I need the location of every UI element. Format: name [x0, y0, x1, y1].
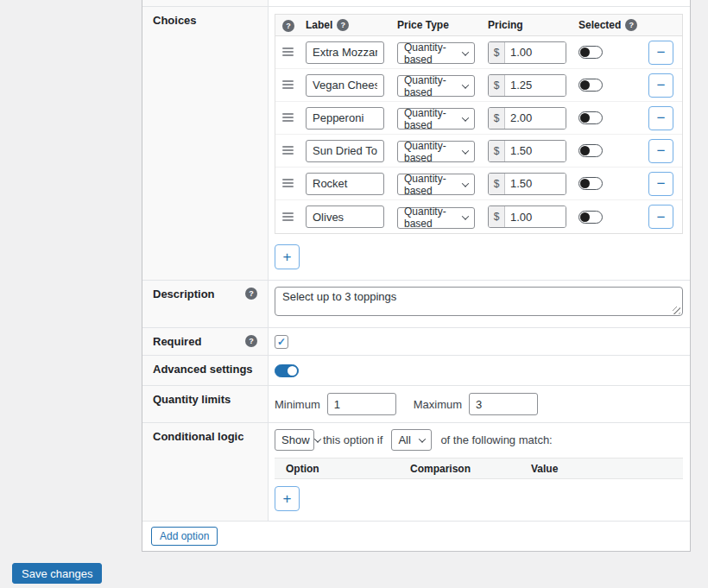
add-choice-button[interactable]: +	[275, 244, 300, 269]
price-input[interactable]	[505, 108, 566, 129]
choice-row: Quantity-based $ −	[275, 200, 682, 233]
currency-prefix: $	[489, 75, 505, 96]
conditional-logic-section: Conditional logic Show this option if Al…	[142, 423, 690, 522]
conditional-match-value: All	[398, 433, 410, 446]
drag-handle-icon[interactable]	[282, 212, 294, 221]
description-textarea-wrap	[275, 306, 683, 319]
selected-toggle[interactable]	[578, 79, 603, 92]
remove-choice-button[interactable]: −	[648, 106, 673, 130]
choice-selected-cell	[578, 144, 648, 157]
conditional-action-select[interactable]: Show	[275, 429, 314, 451]
advanced-settings-toggle[interactable]	[275, 364, 299, 377]
remove-choice-button[interactable]: −	[648, 139, 673, 163]
chevron-down-icon	[462, 180, 469, 187]
choice-label-input[interactable]	[306, 140, 384, 162]
drag-handle-cell	[282, 211, 306, 224]
price-input-group: $	[488, 205, 566, 228]
remove-choice-button[interactable]: −	[648, 41, 673, 65]
choice-price-type-cell: Quantity-based	[397, 73, 488, 98]
price-input[interactable]	[505, 42, 566, 63]
choice-pricing-cell: $	[488, 173, 578, 195]
drag-handle-cell	[282, 111, 306, 124]
add-option-button[interactable]: Add option	[151, 527, 218, 546]
drag-handle-cell	[282, 46, 306, 59]
maximum-input[interactable]	[469, 393, 538, 415]
choice-row: Quantity-based $ −	[275, 135, 682, 168]
drag-handle-icon[interactable]	[282, 146, 294, 155]
choices-header-label-cell: Label ?	[306, 19, 397, 31]
selected-toggle[interactable]	[578, 111, 603, 124]
choice-label-input[interactable]	[306, 205, 384, 228]
save-changes-button[interactable]: Save changes	[12, 563, 102, 584]
drag-handle-icon[interactable]	[282, 80, 294, 89]
advanced-settings-content	[269, 356, 690, 385]
maximum-label: Maximum	[414, 398, 462, 411]
drag-handle-icon[interactable]	[282, 47, 294, 56]
choice-selected-cell	[578, 177, 648, 190]
price-input[interactable]	[505, 174, 566, 194]
price-type-select[interactable]: Quantity-based	[397, 207, 475, 229]
selected-toggle[interactable]	[578, 211, 603, 224]
label-help-icon[interactable]: ?	[337, 19, 349, 31]
currency-prefix: $	[489, 108, 505, 129]
remove-choice-button[interactable]: −	[648, 205, 673, 229]
description-textarea[interactable]	[275, 287, 683, 316]
drag-handle-cell	[282, 144, 306, 157]
quantity-limits-label-cell: Quantity limits	[142, 386, 269, 422]
price-type-select[interactable]: Quantity-based	[397, 108, 475, 130]
choice-label-input[interactable]	[306, 107, 384, 130]
column-header-value: Value	[531, 463, 683, 475]
quantity-limits-label: Quantity limits	[153, 393, 231, 406]
description-help-icon[interactable]: ?	[245, 288, 257, 300]
choice-label-input[interactable]	[306, 173, 384, 195]
toggle-knob	[288, 366, 297, 376]
quantity-limits-content: Minimum Maximum	[269, 386, 690, 422]
choice-label-cell	[306, 140, 397, 162]
choice-label-input[interactable]	[306, 74, 384, 97]
currency-prefix: $	[489, 141, 505, 161]
toggle-knob	[580, 47, 590, 57]
choices-header-help-cell: ?	[282, 19, 306, 32]
price-type-select[interactable]: Quantity-based	[397, 75, 475, 97]
choice-pricing-cell: $	[488, 205, 578, 228]
choice-selected-cell	[578, 46, 648, 59]
top-partial-content-cell	[269, 0, 690, 6]
choices-rows: Quantity-based $ − Quantity-based	[275, 36, 682, 233]
conditional-match-select[interactable]: All	[391, 429, 432, 451]
chevron-down-icon	[419, 435, 426, 442]
advanced-settings-section: Advanced settings	[142, 356, 690, 386]
toggle-knob	[580, 113, 590, 123]
choices-help-icon[interactable]: ?	[282, 20, 294, 32]
required-checkbox[interactable]: ✓	[275, 335, 288, 349]
required-section: Required ? ✓	[142, 328, 690, 356]
selected-toggle[interactable]	[578, 144, 603, 157]
choice-pricing-cell: $	[488, 107, 578, 130]
choices-section-label-cell: Choices	[142, 7, 269, 280]
drag-handle-icon[interactable]	[282, 113, 294, 122]
add-conditional-rule-button[interactable]: +	[275, 486, 300, 511]
remove-choice-button[interactable]: −	[648, 73, 673, 98]
selected-help-icon[interactable]: ?	[625, 19, 637, 31]
remove-choice-button[interactable]: −	[648, 172, 673, 196]
price-input-group: $	[488, 173, 566, 195]
price-input[interactable]	[505, 141, 566, 161]
choices-section-content: ? Label ? Price Type Pricing Selected ?	[269, 7, 692, 280]
description-label-cell: Description ?	[142, 281, 269, 327]
minimum-input[interactable]	[327, 393, 396, 415]
choice-row: Quantity-based $ −	[275, 69, 682, 102]
required-help-icon[interactable]: ?	[245, 335, 257, 347]
drag-handle-icon[interactable]	[282, 179, 294, 187]
price-type-select[interactable]: Quantity-based	[397, 141, 475, 162]
choice-label-input[interactable]	[306, 41, 384, 64]
chevron-down-icon	[462, 81, 469, 88]
price-input[interactable]	[505, 206, 566, 227]
selected-toggle[interactable]	[578, 177, 603, 190]
price-input[interactable]	[505, 75, 566, 96]
price-type-select[interactable]: Quantity-based	[397, 42, 475, 64]
option-settings-panel: Choices ? Label ? Price Type Pricing Sel…	[142, 0, 691, 552]
choice-price-type-cell: Quantity-based	[397, 41, 488, 65]
price-type-select[interactable]: Quantity-based	[397, 174, 475, 195]
drag-handle-cell	[282, 177, 306, 190]
currency-prefix: $	[489, 206, 505, 227]
selected-toggle[interactable]	[578, 46, 603, 59]
